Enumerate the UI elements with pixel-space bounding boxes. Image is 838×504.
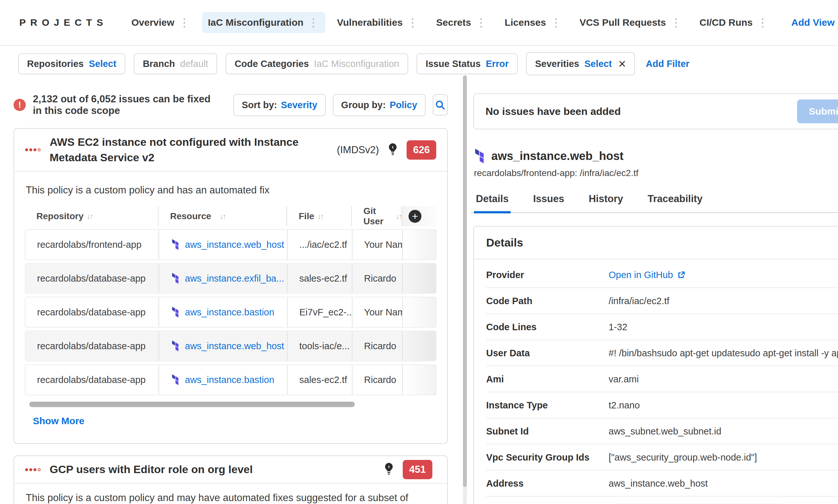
resource-detail-panel: No issues have been added Submit aws_ins… (467, 75, 838, 504)
kebab-menu-icon[interactable]: ⋮ (407, 17, 419, 28)
issue-count-badge: 626 (407, 140, 436, 160)
detail-tabs: Details Issues History Traceability (471, 193, 838, 213)
column-header-file[interactable]: File↓↑ (287, 206, 351, 226)
column-header-repository[interactable]: Repository↓↑ (25, 206, 158, 226)
kebab-menu-icon[interactable]: ⋮ (178, 17, 190, 28)
tab-licenses[interactable]: Licenses ⋮ (499, 12, 568, 33)
open-in-github-link[interactable]: Open in GitHub (609, 270, 838, 280)
terraform-icon (171, 374, 180, 385)
projects-logo: PROJECTS (19, 17, 108, 28)
remove-filter-icon[interactable]: × (618, 57, 626, 70)
severity-high-icon (25, 148, 40, 151)
resource-link[interactable]: aws_instance.web_host (185, 341, 284, 352)
sort-icon[interactable]: ↓↑ (220, 212, 225, 221)
filter-severities[interactable]: Severities Select × (526, 52, 635, 75)
tab-details[interactable]: Details (474, 193, 511, 213)
add-filter-link[interactable]: Add Filter (646, 58, 689, 69)
severity-high-icon (25, 468, 40, 471)
resource-link[interactable]: aws_instance.bastion (185, 307, 274, 318)
policy-description: This policy is a custom policy and has a… (14, 172, 447, 203)
search-button[interactable] (433, 94, 448, 115)
tab-traceability[interactable]: Traceability (646, 193, 705, 213)
column-header-git-user[interactable]: Git User↓↑ (351, 206, 401, 226)
table-row[interactable]: recardolabs/frontend-app aws_instance.we… (25, 229, 437, 260)
resource-link[interactable]: aws_instance.bastion (185, 375, 274, 385)
kebab-menu-icon[interactable]: ⋮ (475, 17, 487, 28)
app-window: PROJECTS Overview ⋮ IaC Misconfiguration… (0, 0, 838, 504)
policy-card-gcp-editor: GCP users with Editor role on org level … (14, 455, 448, 504)
tab-issues[interactable]: Issues (531, 193, 566, 213)
terraform-icon (171, 341, 180, 352)
resource-name: aws_instance.web_host (491, 149, 623, 163)
resource-link[interactable]: aws_instance.exfil_ba... (185, 273, 284, 284)
kebab-menu-icon[interactable]: ⋮ (756, 17, 769, 28)
kebab-menu-icon[interactable]: ⋮ (550, 17, 562, 28)
issues-panel: ! 2,132 out of 6,052 issues can be fixed… (0, 75, 463, 504)
vertical-scrollbar[interactable] (463, 75, 467, 504)
kebab-menu-icon[interactable]: ⋮ (307, 17, 320, 28)
resource-header: aws_instance.web_host recardolabs/fronte… (474, 149, 838, 178)
lightbulb-icon[interactable] (388, 143, 397, 157)
sort-icon[interactable]: ↓↑ (87, 212, 92, 221)
show-more-link[interactable]: Show More (14, 407, 447, 443)
table-row[interactable]: recardolabs/database-app aws_instance.ba… (25, 297, 437, 328)
tab-history[interactable]: History (587, 193, 625, 213)
tab-vcs-pull-requests[interactable]: VCS Pull Requests ⋮ (574, 12, 688, 33)
tab-secrets[interactable]: Secrets ⋮ (430, 12, 493, 33)
filter-repositories[interactable]: Repositories Select (18, 53, 125, 74)
issues-table: Repository↓↑ Resource↓↑ File↓↑ Git User↓… (25, 206, 437, 407)
filter-branch[interactable]: Branch default (134, 53, 217, 74)
lightbulb-icon[interactable] (384, 463, 394, 476)
detail-row-subnet-id: Subnet Id aws_subnet.web_subnet.id (486, 418, 838, 445)
add-column-button[interactable]: + (409, 210, 422, 223)
issues-table-header: Repository↓↑ Resource↓↑ File↓↑ Git User↓… (25, 206, 437, 226)
top-navigation: PROJECTS Overview ⋮ IaC Misconfiguration… (0, 0, 838, 46)
table-row[interactable]: recardolabs/database-app aws_instance.ex… (25, 263, 437, 294)
policy-description: This policy is a custom policy and may h… (14, 484, 447, 504)
alert-icon: ! (14, 99, 26, 111)
detail-row-user-data: User Data #! /bin/bashsudo apt-get updat… (486, 340, 838, 366)
issues-summary-row: ! 2,132 out of 6,052 issues can be fixed… (14, 93, 448, 116)
sort-by-control[interactable]: Sort by: Severity (233, 94, 325, 116)
details-heading: Details (474, 227, 838, 259)
table-row[interactable]: recardolabs/database-app aws_instance.ba… (25, 364, 437, 395)
table-row[interactable]: recardolabs/database-app aws_instance.we… (25, 330, 437, 361)
no-issues-message: No issues have been added (485, 106, 621, 118)
tab-iac-misconfiguration[interactable]: IaC Misconfiguration ⋮ (202, 12, 325, 33)
tab-cicd-runs[interactable]: CI/CD Runs ⋮ (694, 12, 774, 33)
terraform-icon (171, 239, 180, 250)
resource-link[interactable]: aws_instance.web_host (185, 239, 284, 250)
kebab-menu-icon[interactable]: ⋮ (670, 17, 682, 28)
filter-code-categories[interactable]: Code Categories IaC Misconfiguration (225, 53, 408, 74)
detail-row-vpc-security-group-ids: Vpc Security Group Ids ["aws_security_gr… (486, 445, 838, 470)
issue-count-badge: 451 (403, 460, 432, 479)
filter-issue-status[interactable]: Issue Status Error (416, 53, 518, 74)
external-link-icon (677, 271, 685, 280)
policy-card-header[interactable]: AWS EC2 instance not configured with Ins… (14, 129, 447, 172)
details-card: Details Provider Open in GitHub (473, 226, 838, 504)
terraform-icon (474, 149, 485, 163)
detail-row-address: Address aws_instance.web_host (486, 470, 838, 497)
resource-path: recardolabs/frontend-app: /infra/iac/ec2… (474, 168, 838, 178)
terraform-icon (171, 307, 180, 318)
tab-vulnerabilities[interactable]: Vulnerabilities ⋮ (331, 12, 425, 33)
detail-row-ami: Ami var.ami (486, 366, 838, 392)
detail-row-code-path: Code Path /infra/iac/ec2.tf (486, 288, 838, 314)
horizontal-scrollbar[interactable] (29, 402, 355, 407)
table-header-gutter: + (401, 206, 437, 226)
fixable-issues-summary: 2,132 out of 6,052 issues can be fixed i… (33, 93, 219, 116)
detail-row-instance-type: Instance Type t2.nano (486, 392, 838, 418)
submit-button[interactable]: Submit (797, 100, 838, 123)
sort-icon[interactable]: ↓↑ (317, 212, 323, 221)
detail-row-provider: Provider Open in GitHub (486, 262, 838, 288)
add-view-link[interactable]: Add View (791, 17, 835, 28)
filter-bar: Repositories Select Branch default Code … (0, 46, 838, 75)
detail-row-tags: Tags Name: "local.resource_prefix.value-… (486, 497, 838, 504)
policy-card-header[interactable]: GCP users with Editor role on org level … (14, 456, 447, 484)
sort-icon[interactable]: ↓↑ (396, 212, 401, 221)
group-by-control[interactable]: Group by: Policy (333, 94, 426, 116)
added-issues-banner: No issues have been added Submit (473, 93, 838, 129)
column-header-resource[interactable]: Resource↓↑ (158, 206, 287, 226)
tab-overview[interactable]: Overview ⋮ (126, 12, 196, 33)
policy-card-imdsv2: AWS EC2 instance not configured with Ins… (14, 128, 448, 444)
